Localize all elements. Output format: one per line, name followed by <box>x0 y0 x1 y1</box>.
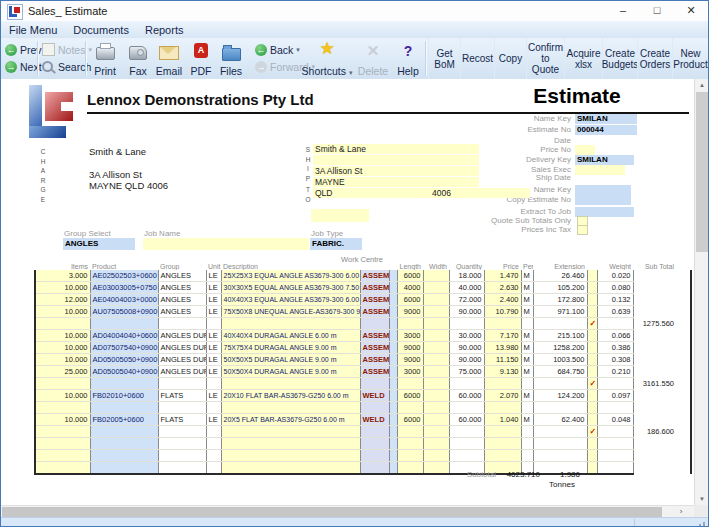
cell-subtotal[interactable] <box>633 294 676 306</box>
cell-price[interactable]: 7.170 <box>484 330 521 342</box>
new-product-button[interactable]: New Product <box>672 38 708 79</box>
cell-per[interactable] <box>521 378 533 390</box>
cell-weight[interactable]: 0.048 <box>597 414 633 426</box>
cell-wc[interactable]: ASSEM <box>360 330 389 342</box>
ship-name-field[interactable]: Smith & Lane <box>313 144 479 154</box>
cell-items[interactable]: 10.000 <box>35 306 90 318</box>
cell-price[interactable]: 2.070 <box>484 390 521 402</box>
cell-wc[interactable] <box>360 450 389 462</box>
fax-button[interactable]: Fax <box>123 40 153 77</box>
cell-desc[interactable]: 20X10 FLAT BAR-AS3679-G250 6.00 m <box>221 390 360 402</box>
cell-group[interactable]: FLATS <box>158 414 206 426</box>
cell-price[interactable] <box>484 402 521 414</box>
cell-ext[interactable] <box>533 378 587 390</box>
cell-desc[interactable] <box>221 438 360 450</box>
cell-width[interactable] <box>423 414 449 426</box>
cell-tick[interactable]: ✓ <box>587 378 597 390</box>
cell-qty[interactable] <box>449 378 484 390</box>
cell-group[interactable]: ANGLES DURAG <box>158 330 206 342</box>
cell-qty[interactable]: 90.000 <box>449 306 484 318</box>
cell-length[interactable]: 6000 <box>397 294 423 306</box>
pdf-button[interactable]: PDF <box>187 40 215 77</box>
cell-wc[interactable] <box>360 426 389 438</box>
cell-desc[interactable] <box>221 450 360 462</box>
cell-qty[interactable]: 75.000 <box>449 366 484 378</box>
cell-length[interactable]: 6000 <box>397 270 423 282</box>
cell-price[interactable] <box>484 318 521 330</box>
cell-items[interactable] <box>35 462 90 475</box>
ship-address2-field[interactable] <box>313 155 479 165</box>
cell-unit[interactable]: LE <box>206 294 221 306</box>
copy-button[interactable]: Copy <box>494 38 526 79</box>
cell-wc[interactable] <box>360 318 389 330</box>
cell-desc[interactable] <box>221 318 360 330</box>
cell-weight[interactable]: 0.066 <box>597 330 633 342</box>
cell-subtotal[interactable] <box>633 342 676 354</box>
cell-group[interactable] <box>158 318 206 330</box>
get-bom-button[interactable]: Get BoM <box>428 38 460 79</box>
cell-ext[interactable]: 684.750 <box>533 366 587 378</box>
prices-inc-tax-checkbox[interactable] <box>577 225 588 235</box>
cell-length[interactable] <box>397 426 423 438</box>
cell-items[interactable]: 12.000 <box>35 294 90 306</box>
cell-ext[interactable]: 215.100 <box>533 330 587 342</box>
cell-tick[interactable] <box>587 270 597 282</box>
cell-width[interactable] <box>423 450 449 462</box>
cell-price[interactable]: 1.040 <box>484 414 521 426</box>
cell-tick[interactable] <box>587 354 597 366</box>
cell-product[interactable]: AE04004003+0000 <box>90 294 158 306</box>
cell-tick[interactable] <box>587 282 597 294</box>
cell-price[interactable]: 11.150 <box>484 354 521 366</box>
ship-street-field[interactable]: 3A Allison St <box>313 166 479 176</box>
cell-unit[interactable]: LE <box>206 366 221 378</box>
cell-items[interactable] <box>35 402 90 414</box>
cell-per[interactable] <box>521 450 533 462</box>
cell-length[interactable] <box>397 438 423 450</box>
files-button[interactable]: Files <box>215 40 247 77</box>
cell-per[interactable]: M <box>521 270 533 282</box>
group-select-field[interactable]: ANGLES <box>63 238 135 250</box>
print-button[interactable]: Print <box>89 40 121 77</box>
cell-subtotal[interactable] <box>633 366 676 378</box>
cell-tick[interactable] <box>587 342 597 354</box>
cell-group[interactable]: ANGLES <box>158 294 206 306</box>
cell-per[interactable]: M <box>521 294 533 306</box>
cell-weight[interactable] <box>597 450 633 462</box>
cell-price[interactable] <box>484 438 521 450</box>
cell-unit[interactable] <box>206 318 221 330</box>
cell-product[interactable]: FB02010+0600 <box>90 390 158 402</box>
cell-subtotal[interactable] <box>633 402 676 414</box>
cell-product[interactable]: AD05005050+0900 <box>90 354 158 366</box>
cell-unit[interactable]: LE <box>206 282 221 294</box>
cell-desc[interactable] <box>221 426 360 438</box>
cell-desc[interactable]: 75X75X4 DURAGAL ANGLE 9.00 m <box>221 342 360 354</box>
cell-wc[interactable]: ASSEM <box>360 306 389 318</box>
cell-product[interactable] <box>90 378 158 390</box>
cell-group[interactable] <box>158 462 206 475</box>
create-budgets-button[interactable]: Create Budgets <box>602 38 637 79</box>
cell-unit[interactable] <box>206 402 221 414</box>
cell-ext[interactable]: 172.800 <box>533 294 587 306</box>
back-button[interactable]: Back <box>255 42 300 57</box>
cell-unit[interactable]: LE <box>206 342 221 354</box>
cell-product[interactable]: AE03003005+0750 <box>90 282 158 294</box>
cell-price[interactable] <box>484 450 521 462</box>
cell-group[interactable]: ANGLES DURAG <box>158 342 206 354</box>
cell-wc[interactable]: WELD <box>360 414 389 426</box>
cell-items[interactable]: 10.000 <box>35 354 90 366</box>
cell-per[interactable]: M <box>521 414 533 426</box>
cell-product[interactable] <box>90 426 158 438</box>
cell-ext[interactable] <box>533 318 587 330</box>
cell-product[interactable]: AE02502503+0600 <box>90 270 158 282</box>
copy-name-key-field[interactable] <box>575 185 631 195</box>
cell-length[interactable]: 6000 <box>397 390 423 402</box>
cell-items[interactable] <box>35 318 90 330</box>
cell-per[interactable]: M <box>521 282 533 294</box>
name-key-field[interactable]: SMILAN <box>575 114 637 124</box>
cell-per[interactable] <box>521 402 533 414</box>
cell-qty[interactable]: 90.000 <box>449 354 484 366</box>
cell-price[interactable]: 2.400 <box>484 294 521 306</box>
cell-tick[interactable] <box>587 462 597 475</box>
cell-width[interactable] <box>423 294 449 306</box>
cell-desc[interactable] <box>221 462 360 475</box>
